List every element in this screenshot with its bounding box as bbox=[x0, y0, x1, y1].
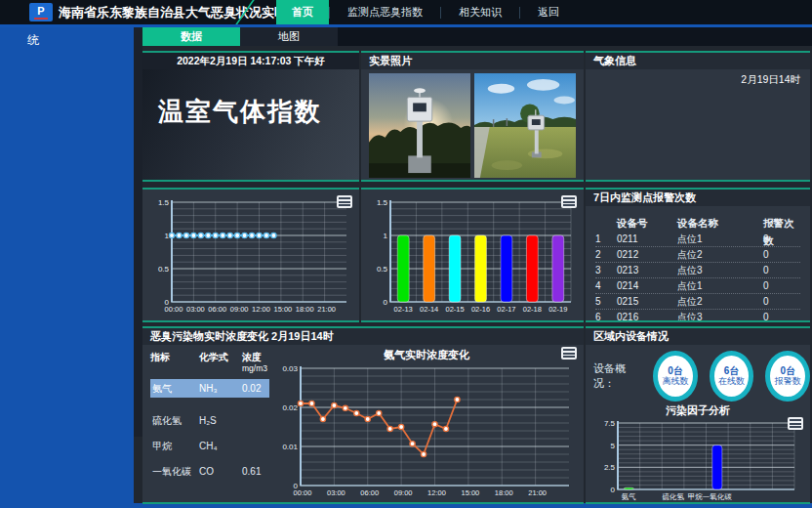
sidebar-gap bbox=[134, 27, 142, 437]
svg-text:18:00: 18:00 bbox=[495, 488, 513, 497]
ammonia-chart-area: 氨气实时浓度变化 00.010.020.0300:0003:0006:0009:… bbox=[269, 345, 584, 503]
table-row: 10211点位10 bbox=[595, 232, 800, 247]
weather-time-label: 2月19日14时 bbox=[586, 69, 810, 87]
svg-text:硫化氢: 硫化氢 bbox=[662, 492, 684, 501]
table-row: 40214点位10 bbox=[595, 278, 800, 294]
panel-title: 恶臭污染物实时浓度变化 2月19日14时 bbox=[142, 328, 584, 345]
analysis-title: 污染因子分析 bbox=[586, 403, 810, 417]
ammonia-concentration-chart: 00.010.020.0300:0003:0006:0009:0012:0015… bbox=[275, 362, 578, 499]
svg-text:00:00: 00:00 bbox=[165, 305, 183, 314]
odor-table: 指标 化学式 浓度mg/m3 氨气NH₃0.02 硫化氢H₂S 甲烷CH₄ 一氧… bbox=[142, 345, 269, 503]
svg-text:15:00: 15:00 bbox=[461, 488, 479, 497]
site-photo-dusk bbox=[369, 72, 470, 179]
panel-site-photos: 实景照片 bbox=[361, 51, 584, 182]
table-row: 50215点位20 bbox=[595, 294, 800, 310]
tab-map[interactable]: 地图 bbox=[240, 27, 338, 46]
svg-text:02-15: 02-15 bbox=[445, 305, 464, 314]
sidebar: 统 bbox=[0, 27, 134, 508]
svg-text:1.5: 1.5 bbox=[158, 198, 170, 207]
svg-text:18:00: 18:00 bbox=[296, 305, 314, 314]
stat-online-count: 6台在线数 bbox=[710, 351, 754, 402]
svg-text:02-17: 02-17 bbox=[497, 305, 515, 314]
svg-text:12:00: 12:00 bbox=[427, 488, 446, 497]
odor-row-ch4[interactable]: 甲烷CH₄ bbox=[150, 437, 269, 455]
app-root: P 海南省乐东黎族自治县大气恶臭状况实时发布系 首页 监测点恶臭指数 相关知识 … bbox=[0, 0, 812, 508]
svg-text:7.5: 7.5 bbox=[604, 419, 616, 428]
datetime-label: 2022年2月19日 14:17:03 下午好 bbox=[142, 53, 359, 69]
chart-title: 氨气实时浓度变化 bbox=[269, 347, 584, 362]
svg-text:00:00: 00:00 bbox=[294, 488, 312, 497]
svg-text:06:00: 06:00 bbox=[360, 488, 379, 497]
panel-weather: 气象信息 2月19日14时 bbox=[586, 51, 810, 182]
pollution-factor-chart: 02.557.5氨气硫化氢甲烷一氧化碳 bbox=[592, 417, 803, 503]
panel-alarm-counts: 7日内监测点报警次数 设备号 设备名称 报警次数 10211点位10 20212… bbox=[586, 188, 810, 322]
svg-text:15:00: 15:00 bbox=[273, 305, 292, 314]
svg-text:09:00: 09:00 bbox=[230, 305, 249, 314]
svg-text:03:00: 03:00 bbox=[186, 305, 205, 314]
svg-text:0.01: 0.01 bbox=[282, 443, 298, 451]
nav-home[interactable]: 首页 bbox=[276, 0, 329, 24]
chart-menu-icon[interactable] bbox=[337, 195, 352, 208]
header-blue-divider bbox=[0, 24, 812, 27]
svg-text:02-18: 02-18 bbox=[523, 305, 542, 314]
svg-text:03:00: 03:00 bbox=[327, 488, 345, 497]
odor-row-h2s[interactable]: 硫化氢H₂S bbox=[150, 411, 269, 430]
panel-greenhouse-trend: 00.511.500:0003:0006:0009:0012:0015:0018… bbox=[142, 188, 359, 322]
table-row: 20212点位20 bbox=[595, 247, 800, 263]
odor-row-ammonia[interactable]: 氨气NH₃0.02 bbox=[150, 379, 269, 398]
svg-text:21:00: 21:00 bbox=[317, 305, 336, 314]
svg-text:02-14: 02-14 bbox=[420, 305, 438, 314]
svg-text:06:00: 06:00 bbox=[208, 305, 226, 314]
panel-daily-index: 00.511.502-1302-1402-1502-1602-1702-1802… bbox=[361, 188, 584, 322]
svg-text:一氧化碳: 一氧化碳 bbox=[703, 492, 733, 501]
main-nav: 首页 监测点恶臭指数 相关知识 返回 bbox=[276, 0, 577, 24]
daily-index-chart: 00.511.502-1302-1402-1502-1602-1702-1802… bbox=[365, 196, 580, 316]
panel-welcome: 2022年2月19日 14:17:03 下午好 温室气体指数 bbox=[142, 51, 359, 182]
panel-title: 实景照片 bbox=[361, 53, 584, 69]
svg-text:1: 1 bbox=[384, 232, 388, 240]
tab-bar: 数据 地图 bbox=[142, 27, 812, 46]
title-wrapped-char: 统 bbox=[0, 27, 134, 49]
greenhouse-index-chart: 00.511.500:0003:0006:0009:0012:0015:0018… bbox=[146, 196, 355, 316]
svg-text:12:00: 12:00 bbox=[252, 305, 270, 314]
svg-text:2.5: 2.5 bbox=[604, 463, 616, 472]
svg-text:02-16: 02-16 bbox=[471, 305, 490, 314]
panel-odor-pollutants: 恶臭污染物实时浓度变化 2月19日14时 指标 化学式 浓度mg/m3 氨气NH… bbox=[142, 326, 584, 504]
panel-title: 区域内设备情况 bbox=[586, 328, 810, 345]
svg-text:02-19: 02-19 bbox=[548, 305, 567, 314]
svg-text:0.5: 0.5 bbox=[377, 265, 388, 274]
panel-title: 气象信息 bbox=[586, 53, 810, 69]
svg-text:0.03: 0.03 bbox=[282, 364, 298, 373]
svg-text:0.02: 0.02 bbox=[282, 403, 298, 412]
svg-text:09:00: 09:00 bbox=[394, 488, 413, 497]
odor-row-co[interactable]: 一氧化碳CO0.61 bbox=[150, 462, 269, 481]
nav-odor-index[interactable]: 监测点恶臭指数 bbox=[330, 0, 440, 24]
odor-table-header: 指标 化学式 浓度mg/m3 bbox=[150, 351, 269, 373]
panel-region-devices: 区域内设备情况 设备概况： 0台离线数 6台在线数 0台报警数 污染因子分析 0… bbox=[586, 326, 810, 504]
svg-text:1.5: 1.5 bbox=[377, 198, 388, 207]
nav-back[interactable]: 返回 bbox=[520, 0, 577, 24]
nav-knowledge[interactable]: 相关知识 bbox=[441, 0, 519, 24]
svg-text:氨气: 氨气 bbox=[622, 492, 636, 501]
tab-data[interactable]: 数据 bbox=[142, 27, 240, 46]
svg-text:5: 5 bbox=[611, 442, 616, 450]
svg-text:21:00: 21:00 bbox=[528, 488, 547, 497]
panel-title: 7日内监测点报警次数 bbox=[586, 190, 810, 206]
stat-offline-count: 0台离线数 bbox=[653, 351, 698, 402]
svg-text:0: 0 bbox=[611, 486, 616, 494]
table-row: 30213点位30 bbox=[595, 263, 800, 278]
chart-menu-icon[interactable] bbox=[561, 195, 577, 208]
alarm-table-header: 设备号 设备名称 报警次数 bbox=[595, 214, 800, 232]
device-overview: 设备概况： 0台离线数 6台在线数 0台报警数 bbox=[586, 345, 810, 403]
overview-label: 设备概况： bbox=[593, 361, 641, 391]
top-bar: P 海南省乐东黎族自治县大气恶臭状况实时发布系 首页 监测点恶臭指数 相关知识 … bbox=[0, 0, 812, 24]
site-photo-field bbox=[474, 72, 576, 179]
chart-menu-icon[interactable] bbox=[561, 347, 577, 360]
table-row: 60216点位30 bbox=[595, 310, 800, 322]
svg-text:02-13: 02-13 bbox=[394, 305, 413, 314]
chart-menu-icon[interactable] bbox=[788, 417, 803, 430]
stat-alarm-count: 0台报警数 bbox=[765, 351, 810, 402]
alarm-table: 设备号 设备名称 报警次数 10211点位10 20212点位20 30213点… bbox=[586, 206, 810, 322]
svg-text:甲烷: 甲烷 bbox=[688, 492, 704, 501]
svg-text:0.5: 0.5 bbox=[158, 265, 170, 274]
